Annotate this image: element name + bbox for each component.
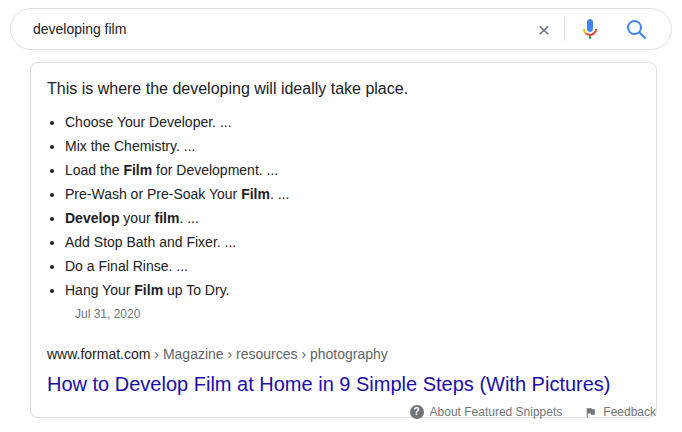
- snippet-date: Jul 31, 2020: [75, 307, 640, 321]
- microphone-icon[interactable]: [578, 17, 602, 41]
- clear-icon[interactable]: ×: [526, 19, 562, 40]
- list-item: Load the Film for Development. ...: [65, 158, 640, 182]
- list-item: Develop your film. ...: [65, 206, 640, 230]
- snippet-footer: ? About Featured Snippets Feedback: [410, 405, 656, 419]
- list-item: Choose Your Developer. ...: [65, 110, 640, 134]
- list-item: Pre-Wash or Pre-Soak Your Film. ...: [65, 182, 640, 206]
- search-bar-divider: [564, 17, 565, 41]
- list-item: Do a Final Rinse. ...: [65, 254, 640, 278]
- search-input[interactable]: developing film: [33, 21, 526, 37]
- list-item: Add Stop Bath and Fixer. ...: [65, 230, 640, 254]
- result-title-link[interactable]: How to Develop Film at Home in 9 Simple …: [47, 371, 640, 397]
- source-path: › Magazine › resources › photography: [150, 346, 387, 362]
- search-bar[interactable]: developing film ×: [10, 8, 672, 50]
- source-domain: www.format.com: [47, 346, 150, 362]
- question-icon: ?: [410, 405, 424, 419]
- about-featured-snippets-link[interactable]: ? About Featured Snippets: [410, 405, 563, 419]
- feedback-label: Feedback: [603, 405, 656, 419]
- snippet-intro: This is where the developing will ideall…: [47, 78, 640, 100]
- snippet-list: Choose Your Developer. ...Mix the Chemis…: [47, 110, 640, 302]
- search-icon[interactable]: [624, 17, 648, 41]
- list-item: Hang Your Film up To Dry.: [65, 278, 640, 302]
- feedback-link[interactable]: Feedback: [584, 405, 656, 419]
- list-item: Mix the Chemistry. ...: [65, 134, 640, 158]
- about-featured-snippets-label: About Featured Snippets: [430, 405, 563, 419]
- flag-icon: [584, 406, 597, 419]
- featured-snippet-card: This is where the developing will ideall…: [30, 62, 657, 418]
- breadcrumb: www.format.com › Magazine › resources › …: [47, 345, 640, 363]
